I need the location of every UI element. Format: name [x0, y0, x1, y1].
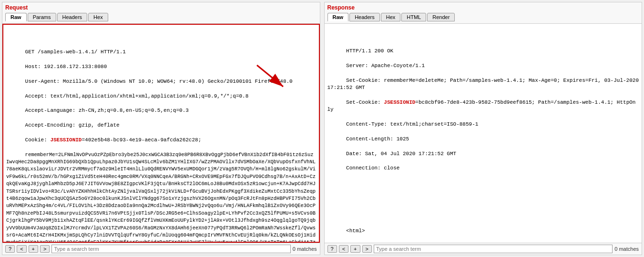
tab-request-params[interactable]: Params — [28, 13, 56, 21]
response-content-area[interactable]: HTTP/1.1 200 OK Server: Apache-Coyote/1.… — [325, 24, 642, 243]
response-headers-text: HTTP/1.1 200 OK Server: Apache-Coyote/1.… — [327, 40, 639, 187]
tab-response-raw[interactable]: Raw — [327, 13, 349, 21]
request-footer: ? < + > 0 matches — [2, 243, 320, 255]
request-jsessionid-key: JSESSIONID — [50, 137, 82, 143]
request-panel: Request Raw Params Headers Hex GET /samp… — [2, 2, 320, 255]
response-panel-header: Response Raw Headers Hex HTML Render — [325, 2, 642, 24]
request-line2: Host: 192.168.172.133:8080 — [25, 64, 107, 69]
response-search-input[interactable] — [374, 245, 613, 253]
response-content-type: Content-Type: text/html;charset=ISO-8859… — [346, 121, 478, 127]
head-open-tag: <head> — [346, 242, 365, 243]
response-jsessionid-key: JSESSIONID — [384, 99, 415, 105]
tab-response-html[interactable]: HTML — [401, 13, 426, 21]
response-btn-question[interactable]: ? — [327, 245, 337, 253]
response-footer: ? < + > 0 matches — [325, 243, 642, 255]
request-btn-question[interactable]: ? — [5, 245, 15, 253]
tab-request-headers[interactable]: Headers — [57, 13, 88, 21]
tab-response-hex[interactable]: Hex — [381, 13, 401, 21]
response-html-content: <html> <head> <link type="text/css" rel=… — [327, 205, 639, 243]
response-jsessionid-value: =bc8cbf96-7de8-423b-9582-75bd9eef8615 — [415, 99, 532, 105]
request-line3: User-Agent: Mozilla/5.0 (Windows NT 10.0… — [25, 79, 293, 84]
request-headers: GET /samples-web-1.4.1/ HTTP/1.1 Host: 1… — [6, 41, 316, 243]
response-btn-left[interactable]: < — [339, 245, 348, 253]
response-set-cookie1: Set-Cookie: rememberMe=deleteMe; Path=/s… — [327, 78, 642, 90]
request-search-input[interactable] — [51, 245, 290, 253]
request-panel-header: Request Raw Params Headers Hex — [2, 2, 320, 24]
response-set-cookie2: Set-Cookie: JSESSIONID=bc8cbf96-7de8-423… — [327, 99, 636, 112]
request-btn-left[interactable]: < — [17, 245, 26, 253]
response-panel: Response Raw Headers Hex HTML Render HTT… — [324, 2, 643, 255]
tab-response-render[interactable]: Render — [427, 13, 455, 21]
response-content-length: Content-Length: 1025 — [346, 136, 409, 142]
html-tag: <html> — [346, 228, 365, 234]
request-line1: GET /samples-web-1.4.1/ HTTP/1.1 — [25, 49, 126, 55]
response-connection: Connection: close — [346, 165, 399, 171]
request-remember-me-value: rememberMe=2LFNmlNvDPvuOzPZpEbro3ybe25J0… — [6, 152, 316, 243]
request-matches: 0 matches — [293, 246, 317, 252]
request-content-area[interactable]: GET /samples-web-1.4.1/ HTTP/1.1 Host: 1… — [2, 24, 320, 243]
response-tabs: Raw Headers Hex HTML Render — [327, 13, 639, 21]
response-server: Server: Apache-Coyote/1.1 — [346, 63, 425, 69]
tab-request-raw[interactable]: Raw — [5, 13, 27, 21]
response-title: Response — [327, 4, 639, 11]
response-matches: 0 matches — [614, 246, 639, 252]
response-status: HTTP/1.1 200 OK — [346, 48, 393, 54]
response-btn-plus[interactable]: + — [350, 245, 360, 253]
request-cookie-value: =402e5b48-bc93-4e19-aeca-9afcda262c28; — [82, 137, 201, 143]
request-line4: Accept: text/html,application/xhtml+xml,… — [25, 93, 249, 99]
request-line6: Accept-Encoding: gzip, deflate — [25, 122, 120, 128]
request-btn-plus[interactable]: + — [29, 245, 38, 253]
request-tabs: Raw Params Headers Hex — [5, 13, 317, 21]
request-title: Request — [5, 4, 317, 11]
request-cookie-label: Cookie: JSESSIONID=402e5b48-bc93-4e19-ae… — [25, 137, 202, 143]
response-date: Date: Sat, 04 Jul 2020 17:21:52 GMT — [346, 151, 456, 157]
request-btn-right[interactable]: > — [40, 245, 50, 253]
response-btn-right[interactable]: > — [362, 245, 372, 253]
request-line5: Accept-Language: zh-CN,zh;q=0.8,en-US;q=… — [25, 108, 189, 113]
tab-response-headers[interactable]: Headers — [349, 13, 380, 21]
tab-request-hex[interactable]: Hex — [88, 13, 108, 21]
